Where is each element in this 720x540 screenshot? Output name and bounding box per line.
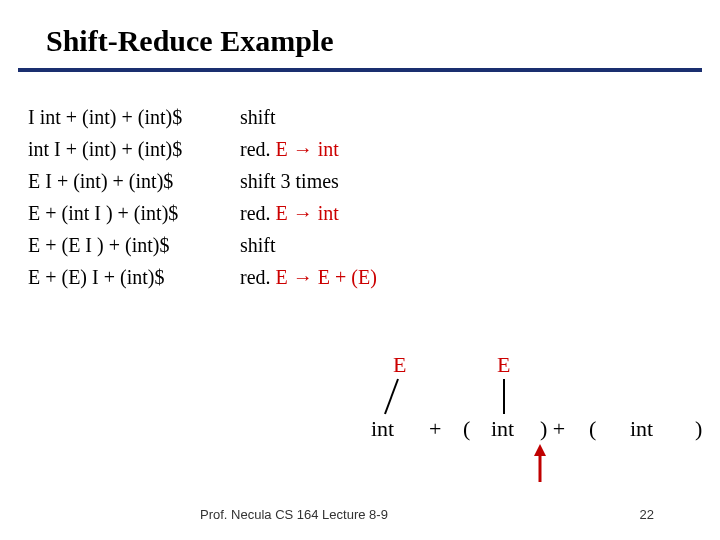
reduction: E → E + (E) <box>276 266 377 288</box>
page-title: Shift-Reduce Example <box>0 0 720 68</box>
tree-leaf-rparen: ) <box>695 416 702 442</box>
step-row: E + (E I ) + (int)$ shift <box>28 230 720 260</box>
step-lhs: E + (E I ) + (int)$ <box>28 230 240 260</box>
step-row: E + (E) I + (int)$ red. E → E + (E) <box>28 262 720 292</box>
step-row: int I + (int) + (int)$ red. E → int <box>28 134 720 164</box>
step-rhs: red. E → int <box>240 198 339 228</box>
tree-leaf-lparen: ( <box>463 416 470 442</box>
tree-leaf-int: int <box>630 416 653 442</box>
step-row: E + (int I ) + (int)$ red. E → int <box>28 198 720 228</box>
reduction: E → int <box>276 202 339 224</box>
tree-leaf-int: int <box>491 416 514 442</box>
tree-leaf-plus: + <box>429 416 441 442</box>
step-lhs: I int + (int) + (int)$ <box>28 102 240 132</box>
tree-node-E: E <box>497 352 510 378</box>
title-rule <box>18 68 702 72</box>
reduction: E → int <box>276 138 339 160</box>
step-row: I int + (int) + (int)$ shift <box>28 102 720 132</box>
tree-node-E: E <box>393 352 406 378</box>
step-rhs: red. E → int <box>240 134 339 164</box>
step-lhs: E + (E) I + (int)$ <box>28 262 240 292</box>
footer-attribution: Prof. Necula CS 164 Lecture 8-9 <box>200 507 388 522</box>
tree-lines <box>355 352 715 482</box>
step-rhs: red. E → E + (E) <box>240 262 377 292</box>
step-lhs: int I + (int) + (int)$ <box>28 134 240 164</box>
tree-edge <box>385 379 398 414</box>
derivation-steps: I int + (int) + (int)$ shift int I + (in… <box>28 102 720 292</box>
step-lhs: E + (int I ) + (int)$ <box>28 198 240 228</box>
tree-leaf-rparen-plus: ) + <box>540 416 565 442</box>
step-lhs: E I + (int) + (int)$ <box>28 166 240 196</box>
parse-tree: E E int + ( int ) + ( int ) <box>355 352 715 482</box>
tree-leaf-lparen: ( <box>589 416 596 442</box>
marker-arrowhead <box>534 444 546 456</box>
step-rhs: shift <box>240 102 276 132</box>
step-rhs: shift 3 times <box>240 166 339 196</box>
tree-leaf-int: int <box>371 416 394 442</box>
step-row: E I + (int) + (int)$ shift 3 times <box>28 166 720 196</box>
page-number: 22 <box>640 507 654 522</box>
step-rhs: shift <box>240 230 276 260</box>
